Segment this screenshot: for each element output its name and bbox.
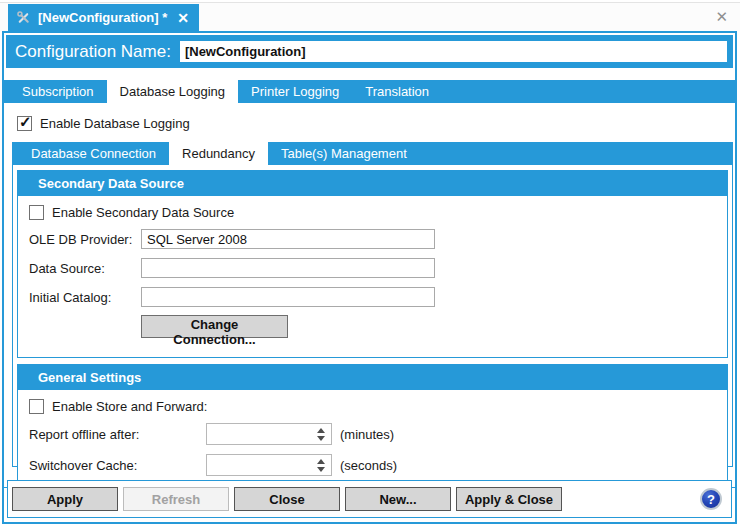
spin-up-icon[interactable] — [317, 459, 325, 464]
general-settings-header: General Settings — [18, 365, 727, 390]
apply-button[interactable]: Apply — [12, 487, 118, 511]
switchover-cache-unit: (seconds) — [340, 458, 397, 473]
tab-subscription[interactable]: Subscription — [9, 80, 107, 103]
enable-store-and-forward-checkbox[interactable] — [29, 399, 44, 414]
initial-catalog-label: Initial Catalog: — [29, 290, 141, 305]
general-settings-group: General Settings Enable Store and Forwar… — [17, 364, 728, 486]
document-tab-title: [NewConfiguration] * — [38, 10, 167, 25]
switchover-cache-spinner — [206, 454, 332, 476]
configuration-name-label: Configuration Name: — [15, 42, 171, 62]
switchover-cache-input[interactable] — [207, 455, 315, 475]
report-offline-after-spinner — [206, 423, 332, 445]
window-close-icon[interactable]: ✕ — [715, 9, 728, 24]
document-tab[interactable]: [NewConfiguration] * ✕ — [8, 4, 199, 31]
tab-database-logging[interactable]: Database Logging — [107, 80, 239, 103]
switchover-cache-row: Switchover Cache: (seconds) — [29, 454, 717, 476]
apply-and-close-button[interactable]: Apply & Close — [456, 487, 562, 511]
report-offline-after-unit: (minutes) — [340, 427, 394, 442]
configuration-name-bar: Configuration Name: — [6, 35, 733, 68]
document-tab-close-icon[interactable]: ✕ — [177, 11, 189, 25]
secondary-data-source-body: Enable Secondary Data Source OLE DB Prov… — [18, 196, 727, 357]
help-icon[interactable]: ? — [700, 488, 722, 510]
tools-icon — [16, 10, 31, 25]
data-source-input[interactable] — [141, 258, 435, 278]
report-offline-after-row: Report offline after: (minutes) — [29, 423, 717, 445]
spin-down-icon[interactable] — [317, 467, 325, 472]
change-connection-button[interactable]: Change Connection... — [141, 315, 288, 338]
data-source-label: Data Source: — [29, 261, 141, 276]
ole-db-provider-row: OLE DB Provider: — [29, 229, 717, 249]
enable-store-and-forward-label: Enable Store and Forward: — [52, 399, 207, 414]
report-offline-after-input[interactable] — [207, 424, 315, 444]
tab-printer-logging[interactable]: Printer Logging — [238, 80, 352, 103]
secondary-data-source-group: Secondary Data Source Enable Secondary D… — [17, 170, 728, 358]
switchover-cache-label: Switchover Cache: — [29, 458, 206, 473]
secondary-data-source-header: Secondary Data Source — [18, 171, 727, 196]
sub-tab-strip: Database Connection Redundancy Table(s) … — [12, 142, 733, 165]
spin-down-icon[interactable] — [317, 436, 325, 441]
enable-store-and-forward-row[interactable]: Enable Store and Forward: — [29, 399, 717, 414]
close-button[interactable]: Close — [234, 487, 340, 511]
document-tab-bar: [NewConfiguration] * ✕ ✕ — [0, 3, 740, 31]
main-tab-strip: Subscription Database Logging Printer Lo… — [4, 80, 735, 103]
data-source-row: Data Source: — [29, 258, 717, 278]
spin-up-icon[interactable] — [317, 428, 325, 433]
spinner-buttons — [315, 455, 331, 475]
configuration-window: Configuration Name: Subscription Databas… — [2, 31, 737, 524]
database-logging-tab-content: Enable Database Logging Database Connect… — [4, 114, 735, 488]
ole-db-provider-label: OLE DB Provider: — [29, 232, 141, 247]
enable-database-logging-label: Enable Database Logging — [40, 116, 190, 131]
new-button[interactable]: New... — [345, 487, 451, 511]
tab-redundancy[interactable]: Redundancy — [169, 142, 268, 165]
initial-catalog-row: Initial Catalog: — [29, 287, 717, 307]
configuration-dialog-screen: { "colors": { "accent": "#2699d8", "help… — [0, 0, 740, 528]
spinner-buttons — [315, 424, 331, 444]
refresh-button[interactable]: Refresh — [123, 487, 229, 511]
general-settings-body: Enable Store and Forward: Report offline… — [18, 390, 727, 485]
enable-database-logging-checkbox[interactable] — [17, 116, 32, 131]
configuration-name-input[interactable] — [180, 41, 727, 62]
enable-secondary-data-source-row[interactable]: Enable Secondary Data Source — [29, 205, 717, 220]
enable-secondary-data-source-label: Enable Secondary Data Source — [52, 205, 234, 220]
tab-translation[interactable]: Translation — [352, 80, 442, 103]
ole-db-provider-input[interactable] — [141, 229, 435, 249]
tab-database-connection[interactable]: Database Connection — [18, 142, 169, 165]
change-connection-row: Change Connection... — [141, 315, 717, 347]
report-offline-after-label: Report offline after: — [29, 427, 206, 442]
tab-tables-management[interactable]: Table(s) Management — [268, 142, 420, 165]
redundancy-panel: Secondary Data Source Enable Secondary D… — [12, 165, 733, 467]
initial-catalog-input[interactable] — [141, 287, 435, 307]
enable-secondary-data-source-checkbox[interactable] — [29, 205, 44, 220]
footer-button-bar: Apply Refresh Close New... Apply & Close… — [7, 480, 732, 518]
enable-database-logging-row[interactable]: Enable Database Logging — [17, 114, 735, 132]
